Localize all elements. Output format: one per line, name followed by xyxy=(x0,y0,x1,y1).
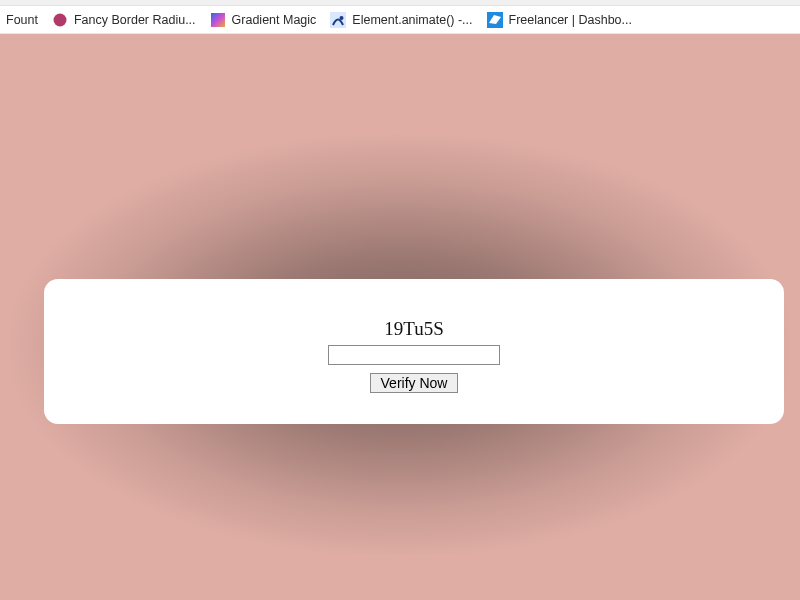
bookmark-label: Fount xyxy=(6,13,38,27)
svg-point-0 xyxy=(53,13,66,26)
bookmark-element-animate[interactable]: Element.animate() -... xyxy=(330,12,472,28)
svg-point-3 xyxy=(340,16,344,20)
bookmarks-bar: Fount Fancy Border Radiu... Gradient Mag… xyxy=(0,6,800,34)
freelancer-icon xyxy=(487,12,503,28)
captcha-input[interactable] xyxy=(328,345,500,365)
animate-icon xyxy=(330,12,346,28)
gradient-icon xyxy=(210,12,226,28)
bookmark-label: Fancy Border Radiu... xyxy=(74,13,196,27)
bookmark-label: Element.animate() -... xyxy=(352,13,472,27)
verify-button[interactable]: Verify Now xyxy=(370,373,459,393)
circle-icon xyxy=(52,12,68,28)
bookmark-freelancer[interactable]: Freelancer | Dashbo... xyxy=(487,12,632,28)
svg-rect-1 xyxy=(211,13,225,27)
bookmark-gradient-magic[interactable]: Gradient Magic xyxy=(210,12,317,28)
bookmark-fount[interactable]: Fount xyxy=(6,13,38,27)
bookmark-label: Gradient Magic xyxy=(232,13,317,27)
captcha-code: 19Tu5S xyxy=(384,318,444,340)
bookmark-fancy-border-radius[interactable]: Fancy Border Radiu... xyxy=(52,12,196,28)
captcha-card: 19Tu5S Verify Now xyxy=(44,279,784,424)
page-content: 19Tu5S Verify Now xyxy=(0,34,800,600)
bookmark-label: Freelancer | Dashbo... xyxy=(509,13,632,27)
